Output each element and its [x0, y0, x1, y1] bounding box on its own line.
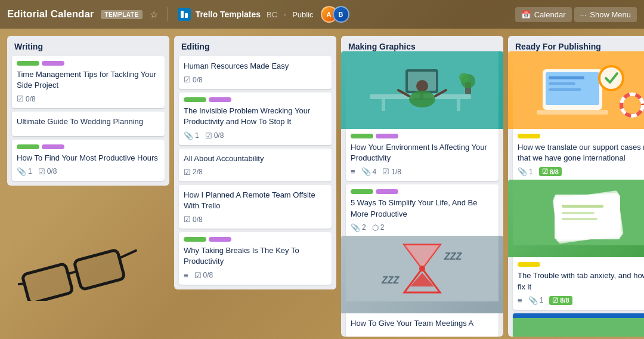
card-title: How I Planned A Remote Team Offsite With… — [184, 190, 327, 211]
card-title: The Trouble with tab anxiety, and how to… — [518, 270, 644, 292]
card-labels — [351, 189, 494, 194]
label-yellow — [518, 262, 540, 267]
card-rfp1[interactable]: How we translate our support cases now t… — [513, 56, 644, 181]
svg-rect-25 — [549, 76, 584, 79]
attachment-value: 2 — [362, 223, 366, 232]
attachment-icon: 📎 — [17, 167, 26, 176]
column-editing-body: Human Resources Made Easy ☑ 0/8 The Invi… — [174, 54, 336, 289]
column-rfp-body: How we translate our support cases now t… — [508, 54, 644, 337]
checklist-complete-icon: ☑ — [552, 297, 558, 304]
checklist-icon: ☑ — [184, 75, 191, 84]
trello-bar-left — [181, 11, 184, 18]
attachment-icon: 📎 — [528, 296, 538, 305]
card-title: The Invisible Problem Wrecking Your Prod… — [184, 106, 327, 127]
card-meta: ≡ 📎 4 ☑ 1/8 — [351, 167, 494, 176]
label-green — [17, 61, 39, 66]
card-e4[interactable]: How I Planned A Remote Team Offsite With… — [179, 185, 332, 229]
card-title: How To Give Your Team Meetings A — [351, 318, 494, 329]
svg-point-9 — [409, 91, 435, 107]
label-purple — [42, 61, 64, 66]
card-mg2[interactable]: 5 Ways To Simplify Your Life, And Be Mor… — [346, 184, 499, 236]
calendar-label: Calendar — [534, 10, 566, 19]
checklist-meta: ☑ 1/8 — [382, 167, 401, 176]
checklist-value: 0/8 — [47, 167, 57, 175]
card-e1[interactable]: Human Resources Made Easy ☑ 0/8 — [179, 56, 332, 89]
card-meta: ≡ 📎 1 ☑ 8/8 — [518, 296, 644, 305]
label-green — [351, 189, 373, 194]
label-green — [17, 144, 39, 149]
board-title: Editorial Calendar — [7, 8, 94, 20]
column-writing-header: Writing — [7, 36, 169, 54]
card-labels — [184, 237, 327, 242]
visibility-label[interactable]: Public — [292, 10, 313, 19]
card-mg1[interactable]: How Your Environment Is Affecting Your P… — [346, 56, 499, 181]
attachment-icon: 📎 — [184, 131, 193, 140]
trello-bar-right — [185, 13, 188, 18]
card-meta: ☑ 0/8 — [17, 94, 160, 103]
checklist-meta: ☑ 0/8 — [38, 167, 57, 176]
card-e5[interactable]: Why Taking Breaks Is The Key To Producti… — [179, 232, 332, 284]
attachment-icon: 📎 — [361, 167, 371, 176]
dropbox-icon: ⬡ — [372, 223, 379, 232]
checklist-complete-icon: ☑ — [542, 168, 548, 175]
card-title: All About Accountability — [184, 153, 327, 164]
card-e2[interactable]: The Invisible Problem Wrecking Your Prod… — [179, 93, 332, 144]
show-menu-label: Show Menu — [590, 10, 631, 19]
card-mg3[interactable]: ZZZ ZZZ How To Give Your Team Meetings A — [346, 241, 499, 337]
dot-separator: · — [283, 8, 286, 21]
checklist-icon: ☑ — [17, 94, 24, 103]
checklist-complete-badge: ☑ 8/8 — [549, 296, 572, 305]
card-rfp1-content: How we translate our support cases now t… — [513, 134, 644, 176]
card-title: Why Taking Breaks Is The Key To Producti… — [184, 245, 327, 267]
avatar-2[interactable]: B — [333, 6, 349, 23]
checklist-value: 1/8 — [391, 168, 401, 176]
column-writing: Writing Time Management Tips for Tacklin… — [7, 36, 169, 186]
label-green — [351, 134, 373, 138]
card-rfp3[interactable] — [513, 313, 644, 337]
checklist-value: 0/8 — [203, 271, 213, 279]
checklist-complete-badge: ☑ 8/8 — [539, 167, 562, 176]
checklist-meta: ☑ 0/8 — [17, 94, 36, 103]
card-rfp2[interactable]: The Trouble with tab anxiety, and how to… — [513, 184, 644, 309]
checklist-meta: ☑ 0/8 — [184, 215, 203, 224]
workspace-name[interactable]: Trello Templates — [196, 10, 261, 19]
board: Writing Time Management Tips for Tacklin… — [0, 29, 644, 339]
card-image-hourglass: ZZZ ZZZ — [341, 236, 503, 313]
card-w3[interactable]: How To Find Your Most Productive Hours 📎… — [12, 140, 165, 181]
trello-logo — [178, 8, 191, 21]
card-mg1-content: How Your Environment Is Affecting Your P… — [346, 134, 499, 176]
checklist-meta: ☑ 0/8 — [205, 131, 224, 140]
attachment-meta: 📎 4 — [361, 167, 377, 176]
calendar-button[interactable]: 📅 Calendar — [515, 7, 572, 22]
card-title: Time Management Tips for Tackling Your S… — [17, 69, 160, 91]
checklist-icon: ☑ — [194, 271, 202, 280]
attachment-value: 1 — [28, 167, 32, 175]
svg-rect-37 — [562, 205, 603, 208]
attachment-value: 1 — [529, 168, 533, 176]
card-meta: 📎 1 ☑ 0/8 — [184, 131, 327, 140]
card-meta: ☑ 2/8 — [184, 168, 327, 177]
svg-rect-36 — [555, 195, 620, 239]
star-icon[interactable]: ☆ — [150, 9, 158, 20]
column-editing: Editing Human Resources Made Easy ☑ 0/8 — [174, 36, 336, 289]
card-title: Ultimate Guide To Wedding Planning — [17, 116, 160, 127]
label-purple — [42, 144, 64, 149]
checklist-complete-value: 8/8 — [560, 297, 569, 304]
card-meta: ≡ ☑ 0/8 — [184, 271, 327, 280]
description-icon: ≡ — [518, 296, 522, 305]
app-header: Editorial Calendar TEMPLATE ☆ Trello Tem… — [0, 0, 644, 29]
column-making-graphics: Making Graphics — [341, 36, 503, 337]
checklist-meta: ☑ 0/8 — [184, 75, 203, 84]
card-labels — [17, 144, 160, 149]
svg-point-18 — [419, 266, 425, 272]
card-w2[interactable]: Ultimate Guide To Wedding Planning — [12, 112, 165, 135]
card-w1[interactable]: Time Management Tips for Tackling Your S… — [12, 56, 165, 108]
card-labels — [17, 61, 160, 66]
dots-icon: ··· — [580, 10, 587, 19]
column-editing-header: Editing — [174, 36, 336, 54]
checklist-complete-value: 8/8 — [550, 168, 559, 175]
attachment-icon: 📎 — [351, 223, 360, 232]
label-purple — [376, 189, 398, 194]
card-e3[interactable]: All About Accountability ☑ 2/8 — [179, 149, 332, 181]
show-menu-button[interactable]: ··· Show Menu — [574, 7, 637, 22]
